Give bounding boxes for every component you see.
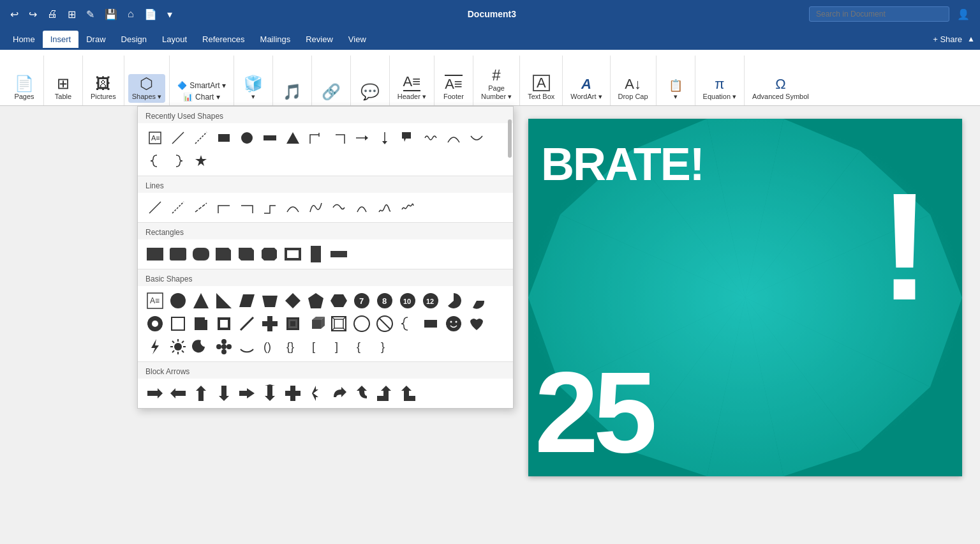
save-icon[interactable]: 💾 [102, 6, 120, 23]
bs-donut[interactable] [144, 313, 166, 335]
pages-button[interactable]: 📄 Pages [9, 74, 40, 103]
bs-heart[interactable] [466, 313, 487, 335]
ba-elbow-right[interactable] [374, 382, 396, 404]
bs-bevel[interactable] [282, 313, 304, 335]
shape-corner-2[interactable] [328, 127, 350, 149]
line-straight[interactable] [144, 197, 166, 218]
ba-right[interactable] [144, 382, 166, 404]
line-long-dash[interactable] [190, 197, 212, 218]
wordart-button[interactable]: A WordArt ▾ [567, 74, 605, 103]
bs-pie[interactable] [443, 290, 464, 312]
line-squiggle[interactable] [397, 197, 419, 218]
bs-box-frame[interactable] [328, 313, 350, 335]
bs-plus[interactable] [259, 313, 281, 335]
bs-slash[interactable] [236, 313, 258, 335]
bs-num-12[interactable]: 12 [420, 290, 442, 312]
bs-rect-outline[interactable] [167, 313, 189, 335]
edit-icon[interactable]: ✎ [84, 6, 97, 23]
shape-rect-wide[interactable] [259, 127, 281, 149]
menu-mailings[interactable]: Mailings [253, 31, 299, 48]
line-curve-1[interactable] [282, 197, 304, 218]
shape-arc-2[interactable] [466, 127, 487, 149]
bs-text[interactable]: A≡ [144, 290, 166, 312]
line-elbow-1[interactable] [213, 197, 235, 218]
scrollbar[interactable] [508, 119, 512, 158]
shape-line-1[interactable] [167, 127, 189, 149]
shape-triangle[interactable] [282, 127, 304, 149]
user-icon[interactable]: 👤 [954, 6, 972, 23]
rect-wide[interactable] [328, 243, 350, 265]
link-button[interactable]: 🔗 [316, 82, 346, 103]
rect-tall[interactable] [305, 243, 327, 265]
ba-up[interactable] [190, 382, 212, 404]
more-icon[interactable]: ▾ [165, 6, 175, 23]
shape-arrow-right[interactable] [351, 127, 373, 149]
equation-button[interactable]: π Equation ▾ [699, 74, 740, 103]
line-elbow-2[interactable] [236, 197, 258, 218]
bs-brace-up[interactable] [397, 313, 419, 335]
new-doc-icon[interactable]: 📄 [142, 6, 160, 23]
bs-hexagon[interactable] [328, 290, 350, 312]
ba-curved-up[interactable] [351, 382, 373, 404]
shape-brace-open[interactable] [144, 150, 166, 172]
rect-snip-1[interactable] [213, 243, 235, 265]
page-number-button[interactable]: # PageNumber ▾ [477, 66, 516, 103]
shape-arrow-down[interactable] [374, 127, 396, 149]
media-button[interactable]: 🎵 [277, 82, 308, 103]
rect-filled[interactable] [144, 243, 166, 265]
bs-chord[interactable] [466, 290, 487, 312]
line-dash[interactable] [167, 197, 189, 218]
bs-cube[interactable] [305, 313, 327, 335]
bs-bracket-r[interactable]: ] [328, 336, 350, 358]
shape-star[interactable] [190, 150, 212, 172]
line-curve-3[interactable] [328, 197, 350, 218]
menu-layout[interactable]: Layout [154, 31, 195, 48]
bs-fold[interactable] [190, 313, 212, 335]
bs-tri-right[interactable] [213, 290, 235, 312]
line-curve-2[interactable] [305, 197, 327, 218]
chart-button[interactable]: 📊 Chart ▾ [179, 91, 224, 103]
menu-draw[interactable]: Draw [78, 31, 113, 48]
shape-corner-1[interactable] [305, 127, 327, 149]
share-button[interactable]: + Share [933, 34, 962, 44]
table-button[interactable]: ⊞ Table [48, 74, 78, 103]
menu-insert[interactable]: Insert [43, 31, 79, 48]
bs-parallelogram[interactable] [236, 290, 258, 312]
bs-moon[interactable] [190, 336, 212, 358]
ba-updown[interactable] [259, 382, 281, 404]
bs-no[interactable] [374, 313, 396, 335]
menu-home[interactable]: Home [5, 31, 43, 48]
bs-ring[interactable] [351, 313, 373, 335]
bs-smiley[interactable] [443, 313, 464, 335]
bs-trapezoid[interactable] [259, 290, 281, 312]
symbol-button[interactable]: Ω Advanced Symbol [748, 74, 813, 103]
bs-diamond[interactable] [282, 290, 304, 312]
ba-left[interactable] [167, 382, 189, 404]
signature-button[interactable]: 📋 ▾ [660, 78, 691, 103]
bs-paren-group[interactable]: () [259, 336, 281, 358]
rect-frame[interactable] [282, 243, 304, 265]
shapes-button[interactable]: ⬡ Shapes ▾ [128, 74, 165, 103]
shape-wave[interactable] [420, 127, 442, 149]
shape-brace-close[interactable] [167, 150, 189, 172]
bs-circle[interactable] [167, 290, 189, 312]
line-elbow-3[interactable] [259, 197, 281, 218]
ba-right-2[interactable] [236, 382, 258, 404]
bs-triangle[interactable] [190, 290, 212, 312]
shape-text[interactable]: A≡ [144, 127, 166, 149]
shape-circle[interactable] [236, 127, 258, 149]
menu-view[interactable]: View [341, 31, 374, 48]
bs-arc-down[interactable] [236, 336, 258, 358]
ba-cross[interactable] [282, 382, 304, 404]
rect-snip-2[interactable] [236, 243, 258, 265]
print-icon[interactable]: 🖨 [45, 6, 60, 22]
bs-bracket-l[interactable]: [ [305, 336, 327, 358]
bs-angle-bracket-r[interactable]: } [374, 336, 396, 358]
search-input[interactable] [809, 6, 949, 22]
3d-button[interactable]: 🧊 ▾ [238, 74, 269, 103]
textbox-button[interactable]: A Text Box [524, 73, 558, 103]
redo-icon[interactable]: ↪ [26, 6, 40, 23]
bs-sun[interactable] [167, 336, 189, 358]
dropcap-button[interactable]: A↓ Drop Cap [614, 75, 652, 103]
line-freeform[interactable] [374, 197, 396, 218]
